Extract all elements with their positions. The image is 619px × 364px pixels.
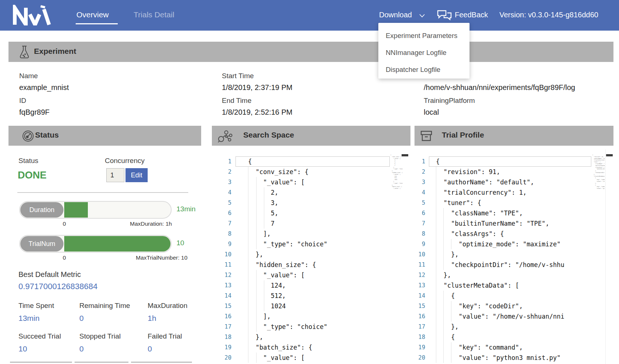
search-space-title: Search Space bbox=[243, 131, 294, 139]
code-row: 20 "value": "python3 mnist.py" bbox=[415, 353, 619, 363]
concurrency-label: Concurrency bbox=[105, 157, 145, 165]
code-line: "_value": [ bbox=[248, 270, 305, 280]
line-number: 3 bbox=[212, 177, 231, 187]
code-row: 9 "_type": "choice" bbox=[212, 239, 409, 249]
line-number: 13 bbox=[212, 280, 231, 291]
divider bbox=[75, 362, 128, 363]
code-row: 19 "key": "command", bbox=[415, 342, 619, 353]
code-line: { bbox=[436, 332, 455, 342]
code-line: "classArgs": { bbox=[436, 229, 504, 239]
divider bbox=[10, 362, 72, 363]
code-line: "optimize_mode": "maximize" bbox=[436, 239, 561, 249]
archive-box-icon bbox=[420, 130, 433, 142]
code-row: 10 }, bbox=[212, 249, 409, 260]
line-number: 4 bbox=[415, 187, 425, 198]
line-number: 19 bbox=[415, 342, 425, 353]
code-line: 5, bbox=[248, 208, 278, 218]
code-row: 12 }, bbox=[415, 270, 619, 280]
tab-trials-detail[interactable]: Trials Detail bbox=[134, 10, 174, 19]
duration-progress-fill bbox=[64, 202, 88, 218]
line-number: 6 bbox=[415, 208, 425, 218]
code-row: 7 "builtinTunerName": "TPE", bbox=[415, 218, 619, 229]
code-line: 3, bbox=[248, 198, 278, 208]
menu-items: Experiment Parameters NNImanager Logfile… bbox=[378, 30, 470, 80]
code-line: 1024 bbox=[248, 301, 286, 311]
code-row: 11 "checkpointDir": "/home/v-shhu bbox=[415, 260, 619, 270]
search-space-editor[interactable]: 1 { 2 "conv_size": { 3 "_value": [ 4 2, bbox=[212, 149, 409, 364]
stat-value: 1h bbox=[148, 314, 207, 323]
line-number: 14 bbox=[212, 291, 231, 301]
duration-pill: Duration bbox=[20, 202, 63, 218]
experiment-header-bar: Experiment bbox=[8, 42, 613, 62]
code-row: 5 "tuner": { bbox=[415, 198, 619, 208]
menu-item[interactable]: NNImanager Logfile bbox=[386, 46, 477, 63]
chevron-down-icon[interactable] bbox=[419, 14, 425, 18]
stat-cell: Remaining Time 0 bbox=[79, 302, 148, 324]
code-row: 11 "hidden_size": { bbox=[212, 260, 409, 270]
code-line: ], bbox=[248, 229, 271, 239]
scrollbar-thumb[interactable] bbox=[402, 154, 408, 156]
concurrency-input[interactable] bbox=[106, 168, 124, 182]
code-row: 10 }, bbox=[415, 249, 619, 260]
menu-item[interactable]: Dispatcher Logfile bbox=[386, 63, 477, 80]
code-row: 2 "revision": 91, bbox=[415, 167, 619, 177]
line-number: 12 bbox=[212, 270, 231, 280]
feedback-chat-icon[interactable] bbox=[437, 10, 452, 21]
code-line: 512, bbox=[248, 291, 286, 301]
code-row: 7 7 bbox=[212, 218, 409, 229]
tab-overview[interactable]: Overview bbox=[76, 10, 109, 19]
line-number: 13 bbox=[415, 280, 425, 291]
stat-value: 0 bbox=[79, 314, 148, 323]
code-line: "key": "codeDir", bbox=[436, 301, 523, 311]
line-number: 15 bbox=[212, 301, 231, 311]
stat-cell: Failed Trial 0 bbox=[148, 332, 207, 355]
nni-logo-icon[interactable] bbox=[12, 5, 52, 25]
trial-profile-title: Trial Profile bbox=[442, 131, 484, 139]
menu-item[interactable]: Experiment Parameters bbox=[386, 30, 477, 46]
trial-profile-editor[interactable]: 1 { 2 "revision": 91, 3 "authorName": "d… bbox=[415, 149, 619, 364]
navbar: Overview Trials Detail Download FeedBack… bbox=[0, 0, 619, 31]
training-platform-value: local bbox=[424, 108, 439, 117]
code-line: "checkpointDir": "/home/v-shhu bbox=[436, 260, 564, 270]
code-row: 16 "value": "/home/v-shhuan/nni bbox=[415, 311, 619, 322]
stat-value: 0 bbox=[79, 344, 148, 353]
code-line: 7 bbox=[248, 218, 275, 229]
stat-cell: MaxDuration 1h bbox=[148, 302, 207, 324]
line-number: 11 bbox=[212, 260, 231, 270]
id-label: ID bbox=[19, 97, 26, 105]
code-row: 6 5, bbox=[212, 208, 409, 218]
minimap[interactable]: { "conv_size": { "_value": [ 2, 3, 5, 7 … bbox=[391, 154, 403, 190]
code-lines: 1 { 2 "revision": 91, 3 "authorName": "d… bbox=[415, 156, 619, 363]
minimap[interactable]: { "revision": 91, "authorName": "default… bbox=[592, 154, 605, 190]
scrollbar-thumb[interactable] bbox=[606, 154, 613, 156]
code-line: "clusterMetaData": [ bbox=[436, 280, 519, 291]
code-row: 16 ], bbox=[212, 311, 409, 322]
line-number: 3 bbox=[415, 177, 425, 187]
code-row: 4 "trialConcurrency": 1, bbox=[415, 187, 619, 198]
code-line: "conv_size": { bbox=[248, 167, 309, 177]
download-dropdown-menu: Experiment Parameters NNImanager Logfile… bbox=[378, 23, 470, 79]
feedback-link[interactable]: FeedBack bbox=[455, 11, 488, 19]
download-menu-button[interactable]: Download bbox=[379, 11, 412, 19]
code-line: "_type": "choice" bbox=[248, 239, 327, 249]
trialnum-progress-fill bbox=[64, 236, 171, 252]
edit-concurrency-button[interactable]: Edit bbox=[125, 168, 148, 182]
code-row: 12 "_value": [ bbox=[212, 270, 409, 280]
gauge-icon bbox=[22, 130, 34, 142]
code-line: "value": "python3 mnist.py" bbox=[436, 353, 561, 363]
code-line: "tuner": { bbox=[436, 198, 481, 208]
name-label: Name bbox=[19, 72, 38, 80]
line-number: 5 bbox=[415, 198, 425, 208]
line-number: 1 bbox=[415, 156, 425, 167]
stat-label: Failed Trial bbox=[148, 332, 207, 340]
line-number: 9 bbox=[212, 239, 231, 249]
line-number: 2 bbox=[415, 167, 425, 177]
code-line: "builtinTunerName": "TPE", bbox=[436, 218, 549, 229]
status-field-label: Status bbox=[18, 157, 38, 165]
version-label: Version: v0.3.0-145-g816dd60 bbox=[499, 11, 598, 19]
stat-cell: Succeed Trial 10 bbox=[18, 332, 79, 355]
trialnum-pill: TrialNum bbox=[20, 236, 63, 252]
stat-label: Succeed Trial bbox=[18, 332, 79, 340]
line-number: 6 bbox=[212, 208, 231, 218]
line-number: 4 bbox=[212, 187, 231, 198]
